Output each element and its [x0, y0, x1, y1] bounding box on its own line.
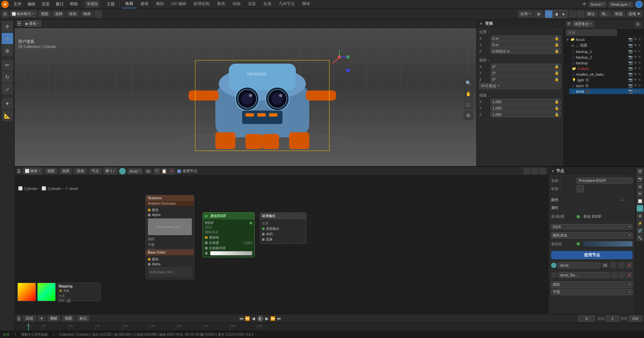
- distribution-dropdown[interactable]: GGX ▼: [551, 224, 633, 229]
- start-frame-field[interactable]: 1: [606, 316, 619, 322]
- options-dropdown[interactable]: 选项 ▼: [627, 11, 643, 17]
- tex-shield-icon[interactable]: [611, 272, 618, 278]
- ground-eye[interactable]: 👁: [634, 43, 637, 48]
- mapping-point[interactable]: 点: [66, 298, 71, 303]
- droid-sun[interactable]: ☀: [638, 89, 641, 93]
- restrict-hide[interactable]: 👁: [634, 37, 637, 42]
- outliner-item-droid[interactable]: △ droid 2 📷 👁 ☀: [569, 88, 644, 94]
- node-sphere-icon[interactable]: [119, 168, 126, 175]
- rot-x-value[interactable]: 0° 🔒: [491, 64, 561, 69]
- annotate-tool[interactable]: ✏: [2, 59, 13, 71]
- node-editor-type[interactable]: ⬜ 物体 ▼: [23, 168, 43, 174]
- flat-dropdown[interactable]: 平面 ▼: [551, 289, 633, 295]
- tex-copy-icon[interactable]: [619, 272, 625, 278]
- outliner-item-backup[interactable]: △ backup 📷 👁 ☀: [569, 60, 644, 66]
- tab-modeling[interactable]: 建模: [137, 0, 152, 8]
- render-view-btn[interactable]: ●: [560, 10, 567, 18]
- bc-droid[interactable]: droid: [69, 187, 77, 191]
- coords-btn[interactable]: 默认: [585, 11, 598, 17]
- node-menu-btn[interactable]: ☰: [17, 168, 21, 174]
- slot-dropdown[interactable]: 槽 1 ▼: [104, 168, 117, 174]
- outliner-item-light[interactable]: 💡 light 3 📷 👁 ☀: [569, 77, 644, 83]
- backup-eye[interactable]: 👁: [634, 61, 637, 65]
- rot-y-lock[interactable]: 🔒: [554, 71, 559, 75]
- scale-y-lock[interactable]: 🔒: [554, 106, 559, 110]
- rotate-tool[interactable]: ↻: [2, 71, 13, 83]
- mat-delete-icon[interactable]: ✕: [626, 262, 633, 269]
- menu-view[interactable]: 视图: [38, 11, 51, 17]
- outliner-item-modles[interactable]: △ modles_ok_baku 📷 👁 ☀: [569, 71, 644, 77]
- prev-key-btn[interactable]: ◀: [251, 316, 256, 321]
- scale-z-value[interactable]: 1.000 🔒: [491, 112, 561, 117]
- menu-help[interactable]: 帮助: [67, 1, 80, 8]
- outliner-item-cutters[interactable]: 📁 Cutters 📷 👁 ☀: [569, 66, 644, 71]
- props-expand-icon[interactable]: ▼: [479, 22, 483, 26]
- modles-eye[interactable]: 👁: [634, 72, 637, 76]
- nodes-more-icon[interactable]: ⋮⋮: [625, 169, 633, 173]
- timeline-menu-btn[interactable]: ☰: [17, 316, 21, 321]
- outliner-item-eyes[interactable]: △ eyes 3 📷 👁 ☀: [569, 83, 644, 88]
- material-name-field[interactable]: droid: [558, 262, 600, 268]
- particles-icon[interactable]: ⊕: [637, 212, 643, 219]
- use-nodes-big-btn[interactable]: 使用节点: [551, 251, 633, 259]
- rot-z-lock[interactable]: 🔒: [554, 77, 559, 81]
- attrs-section-toggle[interactable]: 属性 ⋮⋮: [548, 204, 635, 212]
- scale-x-lock[interactable]: 🔒: [554, 99, 559, 104]
- timeline-frames[interactable]: 播帧: [47, 315, 60, 322]
- tab-geometry-nodes[interactable]: 几何节点: [275, 0, 298, 8]
- next-key-btn[interactable]: ▶: [265, 316, 269, 321]
- backup2-cam[interactable]: 📷: [628, 55, 633, 59]
- color-more-icon[interactable]: ⋮⋮: [625, 198, 633, 202]
- global-local-dropdown[interactable]: 全局 ▼: [519, 11, 533, 17]
- tab-uv[interactable]: UV 编辑: [168, 0, 190, 8]
- node-editor[interactable]: ☰ ⬜ 物体 ▼ 视图 选择 添加 节点 槽 1 ▼: [15, 167, 548, 314]
- measure-tool[interactable]: 📐: [2, 110, 13, 121]
- overlay-icon[interactable]: [539, 168, 546, 175]
- drag-btn[interactable]: 拖...: [599, 11, 611, 17]
- tab-sculpt[interactable]: 雕刻: [153, 0, 167, 8]
- skip-end-btn[interactable]: ⏭: [277, 316, 281, 321]
- pos-y-value[interactable]: 0 m 🔒: [491, 42, 561, 48]
- outliner-item-ground[interactable]: ▶ △ 地面 📷 👁 ☀: [569, 42, 644, 49]
- scale-x-value[interactable]: 1.000 🔒: [491, 99, 561, 105]
- play-pause-btn[interactable]: ⏵: [257, 316, 263, 322]
- viewlayer-dropdown[interactable]: ViewLayer ▼: [609, 2, 633, 7]
- linear-dropdown[interactable]: 线性 ▼: [551, 281, 633, 288]
- node-node-btn[interactable]: 节点: [89, 168, 102, 174]
- menu-render[interactable]: 渲染: [39, 1, 52, 8]
- cursor-tool[interactable]: ✛: [2, 21, 13, 32]
- outliner-item-backup2[interactable]: △ backup_2 📷 👁 ☀: [569, 54, 644, 60]
- node-name-value[interactable]: Principled BSDF: [577, 178, 633, 184]
- tab-compositing[interactable]: 合成: [260, 0, 275, 8]
- subsurface-dropdown[interactable]: 随机游走 ▼: [551, 232, 633, 239]
- select-shortcut[interactable]: 选择: [3, 332, 9, 337]
- ground-cam[interactable]: 📷: [628, 43, 633, 48]
- prev-frame-btn[interactable]: ⏪: [245, 316, 250, 321]
- viewport-menu-btn[interactable]: ☰: [17, 20, 21, 27]
- outliner-filter[interactable]: 场景集合 ▼: [573, 21, 594, 27]
- solid-view-btn[interactable]: ○: [545, 10, 552, 18]
- physics-icon[interactable]: ⚡: [637, 220, 643, 226]
- cutters-cam[interactable]: 📷: [628, 66, 633, 71]
- scene-props-icon[interactable]: 🎬: [637, 168, 643, 175]
- zoom-to-fit-btn[interactable]: 🔍: [464, 78, 473, 88]
- base-color-node[interactable]: Base Color 颜色 Alpha: [146, 249, 194, 279]
- restrict-select[interactable]: ☀: [638, 37, 641, 42]
- tab-animation[interactable]: 动画: [229, 0, 244, 8]
- grid-btn[interactable]: ⊞: [464, 111, 473, 120]
- scale-y-value[interactable]: 1.000 🔒: [491, 105, 561, 111]
- object-mode-dropdown[interactable]: ⬜ 物体模式 ▼: [10, 11, 37, 17]
- backup2-eye[interactable]: 👁: [634, 55, 637, 59]
- base-color-swatch[interactable]: [583, 241, 633, 247]
- scene-dropdown[interactable]: Scene ▼: [589, 2, 606, 7]
- modifiers-icon[interactable]: 🔧: [637, 234, 643, 241]
- hand-tool-btn[interactable]: ✋: [464, 89, 473, 98]
- camera-btn[interactable]: 🎥: [464, 100, 473, 109]
- viewport-header-select[interactable]: ◉ 透视 ▼: [23, 20, 41, 27]
- timeline-markers[interactable]: 标记: [77, 315, 90, 322]
- backup2-sun[interactable]: ☀: [638, 55, 641, 59]
- menu-window[interactable]: 窗口: [53, 1, 66, 8]
- menu-edit[interactable]: 编辑: [25, 1, 38, 8]
- timeline-ruler[interactable]: 0 25 50 75 100 125 150 175 200 225 0: [15, 323, 644, 331]
- next-frame-btn[interactable]: ⏩: [271, 316, 275, 321]
